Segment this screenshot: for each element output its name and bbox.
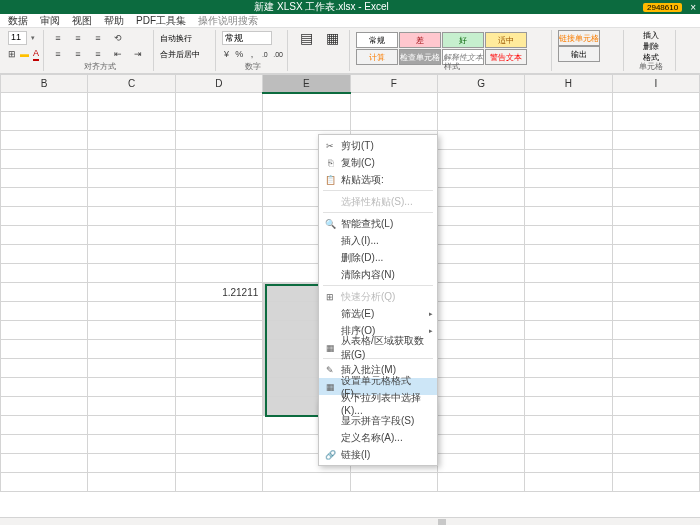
dec-decimal-icon[interactable]: .00 xyxy=(273,47,283,61)
ctx-show-pinyin[interactable]: 显示拼音字段(S) xyxy=(319,412,437,429)
align-mid-icon[interactable]: ≡ xyxy=(70,31,86,45)
inc-decimal-icon[interactable]: .0 xyxy=(260,47,269,61)
separator xyxy=(323,285,433,286)
grid-icon: ▦ xyxy=(323,382,337,392)
close-icon[interactable]: × xyxy=(690,2,696,13)
paste-icon: 📋 xyxy=(323,175,337,185)
title-bar: 新建 XLSX 工作表.xlsx - Excel 2948610 × xyxy=(0,0,700,14)
merge-button[interactable]: 合并后居中 xyxy=(160,49,200,60)
indent-dec-icon[interactable]: ⇤ xyxy=(110,47,126,61)
align-left-icon[interactable]: ≡ xyxy=(50,47,66,61)
ctx-delete[interactable]: 删除(D)... xyxy=(319,249,437,266)
group-style-label: 样式 xyxy=(352,61,551,72)
ctx-insert[interactable]: 插入(I)... xyxy=(319,232,437,249)
indent-inc-icon[interactable]: ⇥ xyxy=(130,47,146,61)
menu-review[interactable]: 审阅 xyxy=(40,14,60,28)
orientation-icon[interactable]: ⟲ xyxy=(110,31,126,45)
col-header-c[interactable]: C xyxy=(88,75,175,93)
group-align-label: 对齐方式 xyxy=(46,61,153,72)
app-title: 新建 XLSX 工作表.xlsx - Excel xyxy=(4,0,639,14)
sheet-tab-strip[interactable] xyxy=(0,517,700,525)
delete-button[interactable]: 删除 xyxy=(643,41,659,52)
percent-icon[interactable]: % xyxy=(235,47,244,61)
ctx-copy[interactable]: ⎘复制(C) xyxy=(319,154,437,171)
group-num-label: 数字 xyxy=(218,61,287,72)
currency-icon[interactable]: ¥ xyxy=(222,47,231,61)
cond-format-icon: ▤ xyxy=(300,30,313,46)
comma-icon[interactable]: , xyxy=(248,47,257,61)
table-format-button[interactable]: ▦ xyxy=(321,30,346,46)
menu-tellme[interactable]: 操作说明搜索 xyxy=(198,14,258,28)
style-linked[interactable]: 链接单元格 xyxy=(558,30,600,46)
align-bot-icon[interactable]: ≡ xyxy=(90,31,106,45)
ctx-clear[interactable]: 清除内容(N) xyxy=(319,266,437,283)
chevron-down-icon[interactable]: ▾ xyxy=(31,34,39,42)
ctx-paste-options[interactable]: 📋粘贴选项: xyxy=(319,171,437,188)
col-header-d[interactable]: D xyxy=(175,75,263,93)
col-header-g[interactable]: G xyxy=(437,75,524,93)
col-header-h[interactable]: H xyxy=(525,75,612,93)
ctx-quick-analysis: ⊞快速分析(Q) xyxy=(319,288,437,305)
ctx-pick-dropdown[interactable]: 从下拉列表中选择(K)... xyxy=(319,395,437,412)
quick-icon: ⊞ xyxy=(323,292,337,302)
cond-format-button[interactable]: ▤ xyxy=(294,30,319,46)
style-good[interactable]: 好 xyxy=(442,32,484,48)
ctx-filter[interactable]: 筛选(E)▸ xyxy=(319,305,437,322)
ctx-paste-special: 选择性粘贴(S)... xyxy=(319,193,437,210)
style-output[interactable]: 输出 xyxy=(558,46,600,62)
scissors-icon: ✂ xyxy=(323,141,337,151)
col-header-e[interactable]: E xyxy=(263,75,350,93)
menu-data[interactable]: 数据 xyxy=(8,14,28,28)
align-top-icon[interactable]: ≡ xyxy=(50,31,66,45)
warning-badge[interactable]: 2948610 xyxy=(643,3,682,12)
context-menu: ✂剪切(T) ⎘复制(C) 📋粘贴选项: 选择性粘贴(S)... 🔍智能查找(L… xyxy=(318,134,438,466)
wrap-text-button[interactable]: 自动换行 xyxy=(160,33,192,44)
style-bad[interactable]: 差 xyxy=(399,32,441,48)
search-icon: 🔍 xyxy=(323,219,337,229)
border-icon[interactable]: ⊞ xyxy=(8,47,16,61)
align-center-icon[interactable]: ≡ xyxy=(70,47,86,61)
group-cell-label: 单元格 xyxy=(626,61,675,72)
scroll-indicator xyxy=(438,519,446,525)
insert-button[interactable]: 插入 xyxy=(643,30,659,41)
fontcolor-icon[interactable]: A xyxy=(33,47,39,61)
copy-icon: ⎘ xyxy=(323,158,337,168)
link-icon: 🔗 xyxy=(323,450,337,460)
menu-bar: 数据 审阅 视图 帮助 PDF工具集 操作说明搜索 xyxy=(0,14,700,28)
fill-icon[interactable]: ▬ xyxy=(20,47,29,61)
menu-pdf[interactable]: PDF工具集 xyxy=(136,14,186,28)
ctx-get-data[interactable]: ▦从表格/区域获取数据(G) xyxy=(319,339,437,356)
table-icon: ▦ xyxy=(326,30,339,46)
comment-icon: ✎ xyxy=(323,365,337,375)
cell-d11-value[interactable]: 1.21211 xyxy=(175,283,263,302)
number-format-select[interactable]: 常规 xyxy=(222,31,272,45)
font-size-input[interactable]: 11 xyxy=(8,31,27,45)
menu-help[interactable]: 帮助 xyxy=(104,14,124,28)
arrow-right-icon: ▸ xyxy=(429,310,433,318)
style-neutral[interactable]: 适中 xyxy=(485,32,527,48)
ctx-define-name[interactable]: 定义名称(A)... xyxy=(319,429,437,446)
col-header-b[interactable]: B xyxy=(1,75,88,93)
separator xyxy=(323,190,433,191)
ribbon: 11▾ ⊞ ▬ A ≡ ≡ ≡ ⟲ ≡ ≡ ≡ ⇤ ⇥ 对齐方式 自动换行 合并… xyxy=(0,28,700,74)
menu-view[interactable]: 视图 xyxy=(72,14,92,28)
style-normal[interactable]: 常规 xyxy=(356,32,398,48)
col-header-f[interactable]: F xyxy=(350,75,437,93)
separator xyxy=(323,212,433,213)
ctx-link[interactable]: 🔗链接(I) xyxy=(319,446,437,463)
table-icon: ▦ xyxy=(323,343,337,353)
align-right-icon[interactable]: ≡ xyxy=(90,47,106,61)
col-header-i[interactable]: I xyxy=(612,75,699,93)
ctx-cut[interactable]: ✂剪切(T) xyxy=(319,137,437,154)
ctx-smart-lookup[interactable]: 🔍智能查找(L) xyxy=(319,215,437,232)
